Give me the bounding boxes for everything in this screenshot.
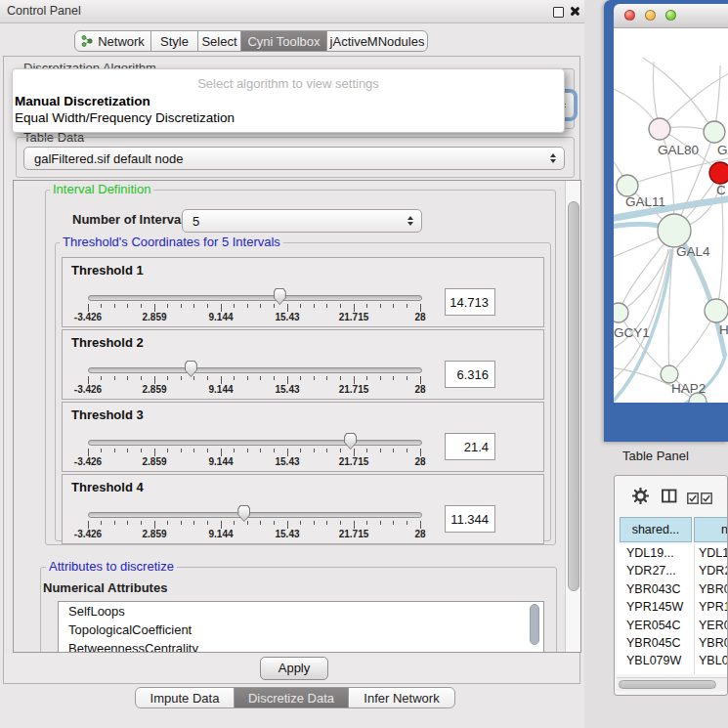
slider-tick [167,376,168,380]
slider-tick [354,449,355,456]
slider-tick-label: 28 [393,384,448,395]
node-right-mid[interactable] [705,299,728,322]
control-panel-titlebar: Control Panel [0,0,584,23]
algorithm-option-manual-discretization[interactable]: Manual Discretization [13,93,564,109]
node-gal4[interactable] [658,214,691,247]
gear-icon[interactable] [632,488,649,508]
slider-tick [154,521,155,529]
tab-cyni-toolbox[interactable]: Cyni Toolbox [240,30,327,52]
cell-shared-name: YPR145W [626,600,683,614]
traffic-light-minimize-icon[interactable] [645,10,656,21]
scrollbar-thumb[interactable] [530,604,539,645]
edge[interactable] [619,313,669,374]
threshold-slider-track[interactable] [88,367,422,373]
interval-definition-title: Interval Definition [50,182,153,196]
tab-select[interactable]: Select [197,30,241,52]
table-row[interactable]: YBR043CYBR0 [617,580,727,598]
table-hscrollbar[interactable] [617,677,727,691]
threshold-slider-track[interactable] [88,512,422,518]
slider-tick [247,376,248,380]
traffic-light-zoom-icon[interactable] [665,10,676,21]
apply-button[interactable]: Apply [260,657,328,680]
slider-tick-label: 9.144 [193,384,248,395]
tab-network[interactable]: Network [74,30,151,52]
threshold-value-field[interactable]: 14.713 [445,288,495,316]
table-data-select[interactable]: galFiltered.sif default node [23,147,565,170]
network-view-window[interactable]: GAL80GACGAL11GAL4GCY1HHAP2 [604,0,728,442]
slider-tick [420,521,421,529]
slider-tick-label: 28 [393,456,448,467]
threshold-slider-thumb[interactable] [274,288,286,305]
table-row[interactable]: YBR045CYBR0 [617,634,727,652]
traffic-light-close-icon[interactable] [624,10,635,21]
attributes-list-scrollbar[interactable] [530,603,540,648]
node-top-right[interactable] [704,121,725,143]
node-label: HAP2 [671,381,706,396]
threshold-slider-thumb[interactable] [237,505,250,522]
table-row[interactable]: YBL079WYBL0 [617,652,727,669]
checkbox-icon[interactable] [701,491,712,508]
numerical-attributes-list[interactable]: SelfLoopsTopologicalCoefficientBetweenne… [58,601,544,653]
threshold-slider-track[interactable] [88,295,422,301]
network-canvas[interactable]: GAL80GACGAL11GAL4GCY1HHAP2 [614,28,728,403]
table-row[interactable]: YPR145WYPR1 [617,598,727,616]
table-row[interactable]: YDL19...YDL1 [617,544,727,562]
column-header-name[interactable]: na [694,517,728,542]
slider-tick [340,521,341,525]
tab-infer-network[interactable]: Infer Network [348,687,455,708]
table-row[interactable]: YLR345WYLR3 [617,670,727,674]
network-window-titlebar[interactable] [614,4,728,28]
number-of-intervals-value: 5 [193,214,199,229]
threshold-value-field[interactable]: 11.344 [445,505,495,533]
column-layout-icon[interactable] [662,489,677,507]
close-icon[interactable] [569,6,579,17]
node-table[interactable]: YDL19...YDL1YDR27...YDR2YBR043CYBR0YPR14… [617,544,727,674]
tab-label: Style [160,34,189,49]
slider-tick [181,521,182,525]
thresholds-group-title: Threshold's Coordinates for 5 Intervals [60,235,283,249]
node-gal80[interactable] [649,118,670,140]
slider-tick [127,521,128,525]
tab-label: Network [98,34,145,49]
tab-impute-data[interactable]: Impute Data [135,687,235,708]
threshold-slider-track[interactable] [88,440,422,446]
attribute-item-betweennesscentrality[interactable]: BetweennessCentrality [59,639,543,653]
threshold-slider-thumb[interactable] [344,433,357,450]
threshold-value-field[interactable]: 21.4 [445,433,495,460]
slider-tick [314,376,315,380]
node-gal11[interactable] [617,175,638,196]
slider-tick [366,449,367,452]
attribute-item-selfloops[interactable]: SelfLoops [59,602,543,621]
table-row[interactable]: YER054CYER0 [617,617,727,634]
node-red-selected[interactable] [709,162,728,184]
slider-tick [101,521,102,525]
settings-scrollbar-thumb[interactable] [568,201,579,591]
checkbox-icon[interactable] [687,491,699,508]
table-row[interactable]: YDR27...YDR2 [617,562,727,579]
cell-shared-name: YBR043C [626,582,681,596]
tab-jactivemnodules[interactable]: jActiveMNodules [326,30,428,52]
slider-tick [420,304,421,312]
slider-tick [154,304,155,312]
slider-tick-label: 21.715 [326,384,381,395]
slider-tick-label: 9.144 [193,312,248,322]
threshold-value-field[interactable]: 6.316 [445,361,495,388]
slider-tick [88,304,89,312]
node-gcy1[interactable] [614,303,628,322]
tab-discretize-data[interactable]: Discretize Data [234,687,349,708]
table-hscrollbar-thumb[interactable] [619,680,716,689]
float-panel-icon[interactable] [553,7,564,18]
number-of-intervals-select[interactable]: 5 [182,209,422,233]
settings-scrollbar[interactable] [565,181,581,653]
attribute-item-topologicalcoefficient[interactable]: TopologicalCoefficient [59,621,543,639]
algorithm-option-equal-width-frequency-discretization[interactable]: Equal Width/Frequency Discretization [13,109,564,126]
edge[interactable] [660,71,728,129]
column-header-shared[interactable]: shared... [620,517,692,542]
slider-tick [141,376,142,380]
slider-tick [193,521,194,525]
slider-tick [127,449,128,452]
tab-style[interactable]: Style [150,30,198,52]
slider-tick [247,304,248,308]
algorithm-dropdown-popup: Select algorithm to view settings Manual… [12,68,565,133]
threshold-slider-thumb[interactable] [185,361,197,377]
